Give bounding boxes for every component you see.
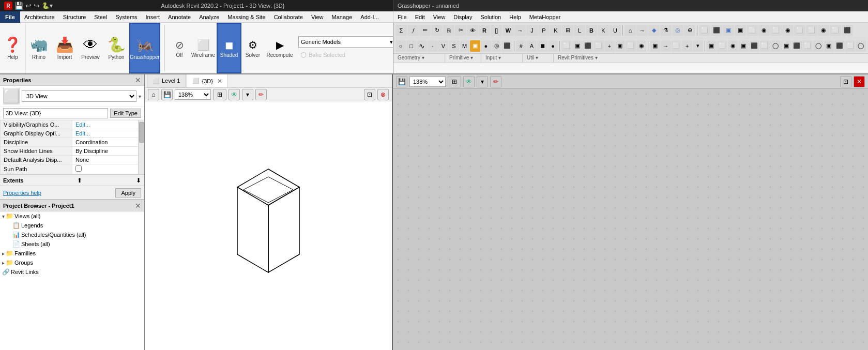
ribbon-rhino-btn[interactable]: 🦏 Rhino bbox=[26, 23, 52, 73]
gh-comp-sq-orange[interactable]: ▣ bbox=[470, 40, 480, 52]
view-solver-btn[interactable]: ⚙ Solver bbox=[241, 23, 264, 73]
ribbon-help-btn[interactable]: ❓ Help bbox=[0, 23, 26, 73]
tree-item-views[interactable]: ▾ 📁 Views (all) bbox=[0, 211, 144, 221]
gh-util-plus[interactable]: + bbox=[682, 40, 692, 52]
gh-zoom-dropdown[interactable]: 138% bbox=[409, 77, 446, 87]
gh-util-sq2[interactable]: ⬜ bbox=[672, 40, 682, 52]
gh-revit-sq15[interactable]: ◯ bbox=[856, 40, 866, 52]
gh-comp-ring[interactable]: ◎ bbox=[492, 40, 502, 52]
menu-manage[interactable]: Manage bbox=[328, 13, 357, 21]
save-icon[interactable]: 💾 bbox=[14, 2, 23, 10]
menu-insert[interactable]: Insert bbox=[142, 13, 164, 21]
gh-icon-refresh[interactable]: ↻ bbox=[431, 25, 443, 36]
tree-item-families[interactable]: ▸ 📁 Families bbox=[0, 249, 144, 258]
menu-architecture[interactable]: Architecture bbox=[20, 13, 59, 21]
gh-revit-sq4[interactable]: ▣ bbox=[738, 40, 749, 52]
gh-revit-sq13[interactable]: ⬛ bbox=[834, 40, 845, 52]
gh-icon-B[interactable]: B bbox=[586, 25, 597, 36]
gh-prim-circle[interactable]: ● bbox=[548, 40, 558, 52]
nav-pencil-btn[interactable]: ✏ bbox=[255, 89, 267, 100]
gh-revit-sq11[interactable]: ◯ bbox=[813, 40, 824, 52]
gh-revit-sq3[interactable]: ◉ bbox=[728, 40, 738, 52]
nav-eye-btn[interactable]: 👁 bbox=[229, 89, 240, 100]
view-name-input[interactable] bbox=[3, 108, 108, 118]
nav-save-btn[interactable]: 💾 bbox=[161, 89, 173, 100]
browser-close-btn[interactable]: ✕ bbox=[135, 202, 141, 210]
gh-icon-J[interactable]: J bbox=[526, 25, 538, 36]
menu-collaborate[interactable]: Collaborate bbox=[270, 13, 307, 21]
properties-help-link[interactable]: Properties help bbox=[3, 190, 41, 196]
prop-value-visibility[interactable]: Edit... bbox=[72, 120, 144, 129]
gh-eye-dropdown-btn[interactable]: ▾ bbox=[477, 76, 488, 87]
gh-nav-sq9[interactable]: ⬜ bbox=[794, 25, 805, 36]
gh-prim-sq[interactable]: ◼ bbox=[537, 40, 547, 52]
gh-nav-sq10[interactable]: ⬜ bbox=[806, 25, 817, 36]
gh-prim-hash[interactable]: # bbox=[516, 40, 526, 52]
gh-menu-help[interactable]: Help bbox=[505, 13, 525, 21]
gh-util-arrow[interactable]: → bbox=[661, 40, 671, 52]
gh-revit-sq5[interactable]: ⬛ bbox=[749, 40, 759, 52]
generic-models-dropdown[interactable]: Generic Models ▾ bbox=[298, 36, 393, 48]
undo-icon[interactable]: ↩ bbox=[25, 2, 32, 10]
gh-nav-circle-dots[interactable]: ⊕ bbox=[684, 25, 695, 36]
gh-icon-W[interactable]: W bbox=[502, 25, 514, 36]
gh-canvas-save-btn[interactable]: 💾 bbox=[396, 76, 407, 87]
gh-nav-sq11[interactable]: ◉ bbox=[818, 25, 829, 36]
gh-nav-sq13[interactable]: ⬛ bbox=[842, 25, 853, 36]
gh-menu-solution[interactable]: Solution bbox=[476, 13, 505, 21]
gh-nav-flask[interactable]: ⚗ bbox=[660, 25, 672, 36]
python-icon-title[interactable]: 🐍▾ bbox=[42, 2, 53, 9]
gh-comp-sq2[interactable]: ⬛ bbox=[502, 40, 512, 52]
gh-input-sq6[interactable]: ⬜ bbox=[626, 40, 636, 52]
ribbon-python-btn[interactable]: 🐍 Python bbox=[103, 23, 129, 73]
tree-expand-views[interactable]: ▾ bbox=[2, 214, 5, 219]
gh-menu-edit[interactable]: Edit bbox=[411, 13, 429, 21]
gh-nav-sq7[interactable]: ⬜ bbox=[770, 25, 782, 36]
gh-icon-K2[interactable]: K bbox=[598, 25, 609, 36]
gh-nav-close[interactable]: ✕ bbox=[854, 76, 865, 87]
gh-nav-diamond[interactable]: ◆ bbox=[648, 25, 660, 36]
gh-icon-sigma[interactable]: Σ bbox=[395, 25, 407, 36]
gh-nav-sq12[interactable]: ⬜ bbox=[830, 25, 841, 36]
gh-icon-K[interactable]: K bbox=[550, 25, 561, 36]
gh-nav-sq8[interactable]: ◉ bbox=[782, 25, 794, 36]
gh-icon-P[interactable]: P bbox=[538, 25, 550, 36]
view-type-dropdown[interactable]: 3D View bbox=[22, 90, 136, 102]
view-wireframe-btn[interactable]: ⬜ Wireframe bbox=[190, 23, 217, 73]
gh-comp-s[interactable]: S bbox=[449, 40, 459, 52]
gh-input-sq2[interactable]: ▣ bbox=[572, 40, 583, 52]
gh-revit-sq1[interactable]: ▣ bbox=[706, 40, 717, 52]
gh-icon-R[interactable]: R bbox=[479, 25, 490, 36]
tree-expand-groups[interactable]: ▸ bbox=[2, 260, 5, 266]
gh-menu-metahopper[interactable]: MetaHopper bbox=[525, 13, 565, 21]
gh-revit-sq9[interactable]: ⬛ bbox=[792, 40, 802, 52]
tree-item-groups[interactable]: ▸ 📁 Groups bbox=[0, 258, 144, 267]
view-recompute-btn[interactable]: ▶ Recompute bbox=[264, 23, 295, 73]
prop-value-sunpath[interactable] bbox=[72, 164, 144, 174]
gh-nav-home[interactable]: ⌂ bbox=[625, 25, 636, 36]
ribbon-import-btn[interactable]: 📥 Import bbox=[52, 23, 78, 73]
nav-eye-dropdown[interactable]: ▾ bbox=[242, 89, 253, 100]
menu-steel[interactable]: Steel bbox=[90, 13, 111, 21]
menu-massing[interactable]: Massing & Site bbox=[223, 13, 269, 21]
gh-menu-file[interactable]: File bbox=[393, 13, 411, 21]
nav-zoom-extent-btn[interactable]: ⊡ bbox=[364, 89, 375, 100]
gh-icon-eye[interactable]: 👁 bbox=[467, 25, 478, 36]
gh-comp-dot[interactable]: ● bbox=[481, 40, 491, 52]
nav-home-btn[interactable]: ⌂ bbox=[148, 89, 159, 100]
3d-tab-close-btn[interactable]: ✕ bbox=[217, 78, 222, 85]
gh-input-sq7[interactable]: ◉ bbox=[636, 40, 647, 52]
gh-canvas[interactable] bbox=[393, 89, 868, 350]
properties-close-btn[interactable]: ✕ bbox=[135, 76, 141, 84]
menu-analyze[interactable]: Analyze bbox=[195, 13, 223, 21]
tree-expand-families[interactable]: ▸ bbox=[2, 251, 5, 256]
gh-nav-sq5[interactable]: ⬜ bbox=[747, 25, 758, 36]
canvas-3d[interactable] bbox=[145, 101, 392, 350]
gh-comp-rect[interactable]: □ bbox=[406, 40, 417, 52]
gh-nav-sq6[interactable]: ◉ bbox=[758, 25, 770, 36]
extents-expand-icon[interactable]: ⬆ bbox=[77, 177, 82, 184]
menu-file[interactable]: File bbox=[0, 11, 20, 23]
gh-revit-sq6[interactable]: ⬜ bbox=[760, 40, 770, 52]
gh-nav-square1[interactable]: ⬜ bbox=[699, 25, 710, 36]
gh-icon-bracket[interactable]: [] bbox=[491, 25, 502, 36]
